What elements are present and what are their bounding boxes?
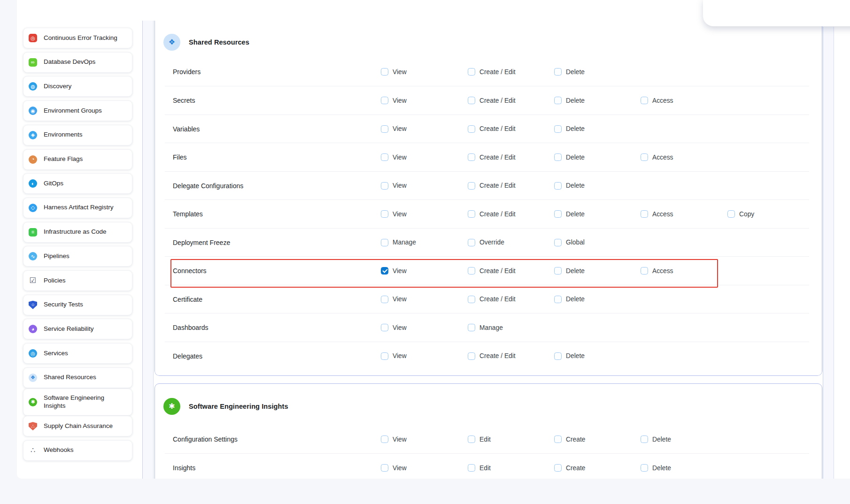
templates-delete-checkbox[interactable]: Delete [554, 210, 585, 218]
secrets-delete-checkbox[interactable]: Delete [554, 97, 585, 104]
connectors-delete-checkbox[interactable]: Delete [554, 267, 585, 275]
delegate-configurations-view-checkbox[interactable]: View [381, 182, 407, 190]
sidebar-item-feature-flags[interactable]: ◔Feature Flags [23, 149, 132, 170]
sidebar-item-service-reliability[interactable]: ◕Service Reliability [23, 319, 132, 339]
secrets-create-edit-checkbox[interactable]: Create / Edit [468, 97, 516, 104]
checkbox-unchecked[interactable] [468, 125, 475, 133]
checkbox-unchecked[interactable] [554, 435, 562, 443]
checkbox-unchecked[interactable] [468, 153, 475, 161]
sidebar-item-services[interactable]: ◎Services [23, 343, 132, 364]
deployment-freeze-global-checkbox[interactable]: Global [554, 239, 585, 246]
content-scrollbar-track-right[interactable] [823, 27, 834, 479]
checkbox-unchecked[interactable] [554, 68, 562, 76]
checkbox-unchecked[interactable] [554, 97, 562, 104]
delegates-view-checkbox[interactable]: View [381, 352, 407, 360]
connectors-view-checkbox[interactable]: View [381, 267, 407, 275]
checkbox-unchecked[interactable] [641, 153, 648, 161]
checkbox-unchecked[interactable] [381, 68, 388, 76]
sidebar-item-software-engineering-insights[interactable]: ✱Software Engineering Insights [23, 389, 132, 416]
checkbox-unchecked[interactable] [381, 182, 388, 190]
files-create-edit-checkbox[interactable]: Create / Edit [468, 153, 516, 161]
sidebar-item-discovery[interactable]: ◍Discovery [23, 76, 132, 97]
deployment-freeze-override-checkbox[interactable]: Override [468, 239, 504, 246]
sidebar-item-pipelines[interactable]: ∿Pipelines [23, 246, 132, 267]
checkbox-unchecked[interactable] [554, 352, 562, 360]
checkbox-unchecked[interactable] [381, 153, 388, 161]
files-view-checkbox[interactable]: View [381, 153, 407, 161]
sidebar-item-database-devops[interactable]: ∞Database DevOps [23, 52, 132, 73]
checkbox-unchecked[interactable] [381, 97, 388, 104]
sidebar-item-continuous-error-tracking[interactable]: ◎Continuous Error Tracking [23, 28, 132, 48]
checkbox-unchecked[interactable] [468, 464, 475, 472]
delegate-configurations-delete-checkbox[interactable]: Delete [554, 182, 585, 190]
insights-view-checkbox[interactable]: View [381, 464, 407, 472]
checkbox-unchecked[interactable] [554, 239, 562, 246]
files-delete-checkbox[interactable]: Delete [554, 153, 585, 161]
sidebar-item-shared-resources[interactable]: ❖Shared Resources [23, 367, 132, 388]
checkbox-unchecked[interactable] [381, 464, 388, 472]
checkbox-unchecked[interactable] [554, 153, 562, 161]
sidebar-item-harness-artifact-registry[interactable]: ◇Harness Artifact Registry [23, 198, 132, 218]
checkbox-unchecked[interactable] [727, 210, 735, 218]
secrets-access-checkbox[interactable]: Access [641, 97, 673, 104]
dashboards-manage-checkbox[interactable]: Manage [468, 324, 503, 331]
checkbox-unchecked[interactable] [381, 296, 388, 303]
checkbox-unchecked[interactable] [381, 352, 388, 360]
templates-access-checkbox[interactable]: Access [641, 210, 673, 218]
checkbox-unchecked[interactable] [468, 97, 475, 104]
sidebar-item-supply-chain-assurance[interactable]: ∴Supply Chain Assurance [23, 416, 132, 436]
checkbox-unchecked[interactable] [381, 324, 388, 331]
checkbox-unchecked[interactable] [641, 267, 648, 275]
connectors-access-checkbox[interactable]: Access [641, 267, 673, 275]
variables-delete-checkbox[interactable]: Delete [554, 125, 585, 133]
delegates-create-edit-checkbox[interactable]: Create / Edit [468, 352, 516, 360]
sidebar-item-gitops[interactable]: ◐GitOps [23, 173, 132, 194]
checkbox-unchecked[interactable] [381, 435, 388, 443]
delegates-delete-checkbox[interactable]: Delete [554, 352, 585, 360]
checkbox-unchecked[interactable] [641, 464, 648, 472]
configuration-settings-edit-checkbox[interactable]: Edit [468, 435, 491, 443]
templates-copy-checkbox[interactable]: Copy [727, 210, 754, 218]
providers-delete-checkbox[interactable]: Delete [554, 68, 585, 76]
insights-create-checkbox[interactable]: Create [554, 464, 585, 472]
checkbox-unchecked[interactable] [468, 324, 475, 331]
insights-delete-checkbox[interactable]: Delete [641, 464, 671, 472]
checkbox-unchecked[interactable] [554, 464, 562, 472]
sidebar-item-environment-groups[interactable]: ◉Environment Groups [23, 100, 132, 121]
checkbox-unchecked[interactable] [468, 296, 475, 303]
checkbox-unchecked[interactable] [468, 210, 475, 218]
checkbox-unchecked[interactable] [554, 210, 562, 218]
sidebar-item-policies[interactable]: ☑Policies [23, 270, 132, 291]
variables-view-checkbox[interactable]: View [381, 125, 407, 133]
checkbox-unchecked[interactable] [468, 267, 475, 275]
sidebar-item-environments[interactable]: ◈Environments [23, 125, 132, 145]
checkbox-unchecked[interactable] [641, 97, 648, 104]
checkbox-unchecked[interactable] [381, 210, 388, 218]
checkbox-unchecked[interactable] [641, 210, 648, 218]
templates-create-edit-checkbox[interactable]: Create / Edit [468, 210, 516, 218]
sidebar-item-security-tests[interactable]: ○Security Tests [23, 295, 132, 315]
configuration-settings-delete-checkbox[interactable]: Delete [641, 435, 671, 443]
insights-edit-checkbox[interactable]: Edit [468, 464, 491, 472]
certificate-create-edit-checkbox[interactable]: Create / Edit [468, 296, 516, 303]
providers-create-edit-checkbox[interactable]: Create / Edit [468, 68, 516, 76]
delegate-configurations-create-edit-checkbox[interactable]: Create / Edit [468, 182, 516, 190]
files-access-checkbox[interactable]: Access [641, 153, 673, 161]
checkbox-unchecked[interactable] [554, 182, 562, 190]
providers-view-checkbox[interactable]: View [381, 68, 407, 76]
checkbox-unchecked[interactable] [381, 239, 388, 246]
checkbox-checked[interactable] [381, 267, 388, 275]
dashboards-view-checkbox[interactable]: View [381, 324, 407, 331]
configuration-settings-create-checkbox[interactable]: Create [554, 435, 585, 443]
checkbox-unchecked[interactable] [381, 125, 388, 133]
checkbox-unchecked[interactable] [641, 435, 648, 443]
checkbox-unchecked[interactable] [468, 435, 475, 443]
checkbox-unchecked[interactable] [468, 239, 475, 246]
sidebar-item-infrastructure-as-code[interactable]: ≡Infrastructure as Code [23, 222, 132, 243]
variables-create-edit-checkbox[interactable]: Create / Edit [468, 125, 516, 133]
checkbox-unchecked[interactable] [554, 125, 562, 133]
checkbox-unchecked[interactable] [554, 296, 562, 303]
configuration-settings-view-checkbox[interactable]: View [381, 435, 407, 443]
connectors-create-edit-checkbox[interactable]: Create / Edit [468, 267, 516, 275]
checkbox-unchecked[interactable] [554, 267, 562, 275]
